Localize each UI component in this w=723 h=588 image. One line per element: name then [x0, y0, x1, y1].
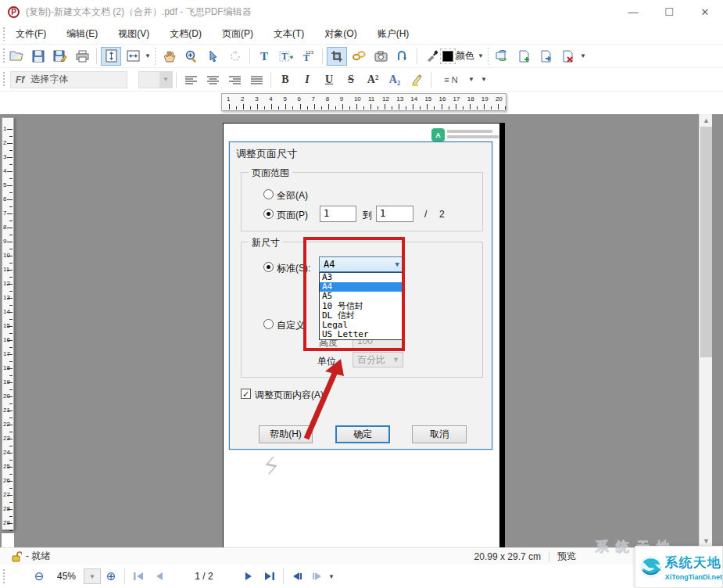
edit-text-icon[interactable]: T	[276, 47, 296, 66]
undo-shape-icon[interactable]	[392, 47, 413, 66]
next-page-button[interactable]	[239, 568, 259, 585]
unit-select: 百分比 ▼	[353, 352, 403, 368]
chevron-down-icon: ▼	[392, 356, 399, 364]
range-all-radio[interactable]	[263, 189, 274, 199]
delete-page-icon[interactable]	[558, 47, 578, 66]
save-as-icon[interactable]	[50, 47, 70, 66]
standard-size-radio[interactable]	[263, 262, 274, 272]
bold-button[interactable]: B	[275, 70, 295, 89]
menu-edit[interactable]: 编辑(E)	[56, 23, 108, 44]
select-tool-icon[interactable]	[203, 47, 224, 66]
font-size-select[interactable]: ▼	[138, 71, 173, 88]
print-icon[interactable]	[72, 47, 92, 66]
color-swatch-icon[interactable]	[442, 51, 453, 62]
scrollbar-thumb[interactable]	[700, 127, 712, 357]
highlight-pen-icon[interactable]	[406, 70, 427, 89]
previous-page-button[interactable]	[149, 568, 169, 585]
range-pages-radio[interactable]	[263, 209, 274, 219]
text-number-icon[interactable]: 123T	[298, 47, 318, 66]
align-justify-icon[interactable]	[246, 70, 267, 89]
unit-value: 百分比	[357, 353, 385, 367]
maximize-button[interactable]: ☐	[651, 0, 687, 23]
preview-toggle[interactable]: 预览	[557, 550, 576, 563]
toolbar-separator	[249, 48, 250, 64]
site-watermark: 系统天地 XiTongTianDi.net	[635, 546, 723, 588]
menu-object[interactable]: 对象(O)	[314, 23, 367, 44]
color-caret-icon[interactable]: ▼	[477, 52, 485, 59]
fit-width-icon[interactable]	[123, 47, 143, 66]
replace-page-icon[interactable]	[492, 47, 513, 66]
security-lock-icon	[11, 551, 22, 562]
horizontal-ruler-strip: 1234567891011121314151617181920	[0, 91, 723, 114]
annotation-highlight-box	[303, 237, 405, 351]
toolbar-grip	[2, 71, 5, 87]
last-page-button[interactable]	[259, 568, 280, 585]
watermark-site-url[interactable]: XiTongTianDi.net	[665, 573, 722, 581]
menu-account[interactable]: 账户(H)	[367, 23, 420, 44]
page-tools-caret-icon[interactable]: ▼	[579, 52, 587, 59]
snapshot-icon[interactable]	[370, 47, 391, 66]
toolbar-grip	[2, 48, 5, 63]
window-title: (复制)-新建文本文档 (2)（合并）.pdf - 飞思PDF编辑器	[26, 5, 252, 19]
menu-bar: 文件(F) 编辑(E) 视图(V) 文档(D) 页面(P) 文本(T) 对象(O…	[0, 23, 723, 45]
minimize-button[interactable]: —	[615, 0, 651, 23]
cancel-button[interactable]: 取消	[412, 425, 467, 443]
previous-view-button[interactable]	[287, 568, 307, 585]
first-page-button[interactable]	[128, 568, 149, 585]
chevron-down-icon: ▼	[159, 72, 172, 88]
toolbar-separator	[283, 568, 284, 584]
toolbar-separator	[96, 48, 97, 64]
close-button[interactable]: ✕	[687, 0, 723, 23]
line-spacing-caret-icon[interactable]: ▼	[467, 76, 475, 83]
align-center-icon[interactable]	[202, 70, 223, 89]
toolbar-separator	[322, 48, 323, 64]
menu-text[interactable]: 文本(T)	[263, 23, 314, 44]
zoom-in-button[interactable]: ⊕	[101, 568, 121, 585]
link-tool-icon[interactable]	[349, 47, 369, 66]
save-icon[interactable]	[28, 47, 48, 66]
zoom-select[interactable]: ▼	[84, 568, 101, 584]
to-label: 到	[363, 209, 372, 222]
range-pages-label: 页面(P)	[277, 209, 308, 222]
annotation-arrow-icon	[295, 353, 350, 443]
adjust-content-checkbox[interactable]: ✓	[241, 389, 251, 399]
zoom-out-button[interactable]: ⊖	[29, 568, 49, 585]
vertical-scrollbar[interactable]: ▲ ▼	[699, 114, 712, 547]
next-view-button[interactable]	[307, 568, 327, 585]
subscript-button[interactable]: A₂	[385, 70, 405, 89]
page-indicator[interactable]: 1 / 2	[169, 571, 239, 582]
crop-tool-icon[interactable]	[327, 47, 347, 66]
superscript-button[interactable]: A²	[363, 70, 383, 89]
menu-file[interactable]: 文件(F)	[5, 23, 56, 44]
hand-tool-icon[interactable]	[159, 47, 180, 66]
menu-document[interactable]: 文档(D)	[159, 23, 212, 44]
zoom-level-text: 45%	[49, 571, 84, 582]
zoom-tool-icon[interactable]	[181, 47, 202, 66]
insert-page-icon[interactable]	[514, 47, 535, 66]
menu-page[interactable]: 页面(P)	[212, 23, 263, 44]
open-file-icon[interactable]	[6, 47, 27, 66]
align-left-icon[interactable]	[181, 70, 201, 89]
align-right-icon[interactable]	[224, 70, 245, 89]
extract-page-icon[interactable]	[536, 47, 557, 66]
add-text-icon[interactable]: T	[254, 47, 274, 66]
nav-options-caret-icon[interactable]: ▼	[327, 573, 335, 580]
page-from-input[interactable]: 1	[320, 206, 356, 222]
menu-view[interactable]: 视图(V)	[108, 23, 159, 44]
fit-options-caret-icon[interactable]: ▼	[144, 52, 152, 59]
eyedropper-icon[interactable]	[421, 47, 442, 66]
pdf-app-badge-icon: A	[431, 128, 445, 142]
toolbar-overflow-caret-icon[interactable]: ▼	[480, 76, 488, 83]
svg-text:T: T	[303, 52, 310, 63]
scroll-up-icon[interactable]: ▲	[700, 114, 713, 127]
line-spacing-button[interactable]: ≡ N	[435, 70, 467, 89]
toolbar-separator	[176, 72, 177, 88]
italic-button[interactable]: I	[297, 70, 317, 89]
fit-height-icon[interactable]	[101, 47, 121, 66]
underline-button[interactable]: U	[319, 70, 339, 89]
custom-size-radio[interactable]	[263, 319, 274, 329]
page-to-input[interactable]: 1	[376, 206, 413, 222]
strikethrough-button[interactable]: S	[341, 70, 361, 89]
format-toolbar: Ff 选择字体 ▼ B I U S A² A₂ ≡ N ▼ ▼	[0, 68, 723, 91]
font-select-input[interactable]: Ff 选择字体	[10, 71, 127, 88]
